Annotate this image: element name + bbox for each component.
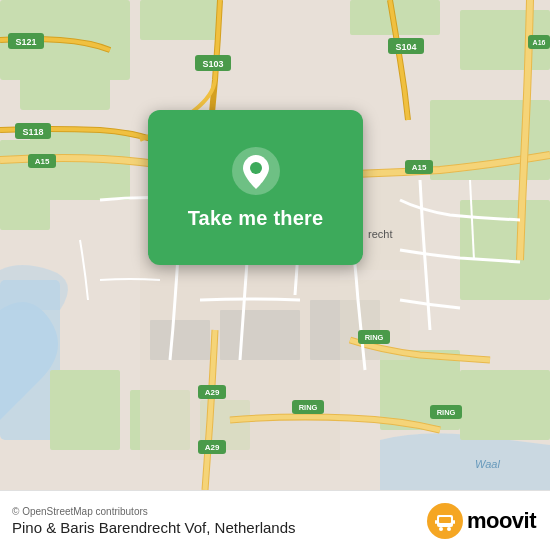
svg-text:S104: S104	[395, 42, 416, 52]
svg-rect-3	[20, 60, 110, 110]
bottom-bar: © OpenStreetMap contributors Pino & Bari…	[0, 490, 550, 550]
moovit-text: moovit	[467, 508, 536, 534]
svg-text:recht: recht	[368, 228, 392, 240]
svg-text:RING: RING	[437, 408, 456, 417]
location-pin-icon	[230, 145, 282, 197]
svg-rect-13	[50, 370, 120, 450]
svg-text:A16: A16	[533, 39, 546, 46]
svg-text:RING: RING	[365, 333, 384, 342]
svg-rect-6	[140, 0, 220, 40]
moovit-icon-svg	[434, 510, 456, 532]
map-container: S121 S118 S103 S104 A15 A15 A15 A16 A29	[0, 0, 550, 490]
svg-rect-19	[220, 310, 300, 360]
popup-card[interactable]: Take me there	[148, 110, 363, 265]
svg-rect-18	[150, 320, 210, 360]
svg-point-52	[250, 162, 262, 174]
svg-rect-5	[0, 140, 50, 230]
svg-text:S121: S121	[15, 37, 36, 47]
take-me-there-button[interactable]: Take me there	[188, 207, 324, 230]
svg-rect-12	[460, 370, 550, 440]
copyright-text: © OpenStreetMap contributors	[12, 506, 296, 517]
place-info: © OpenStreetMap contributors Pino & Bari…	[12, 506, 296, 536]
svg-text:A15: A15	[412, 163, 427, 172]
svg-rect-54	[439, 517, 451, 523]
svg-text:A29: A29	[205, 388, 220, 397]
moovit-logo: moovit	[427, 503, 536, 539]
svg-text:S118: S118	[22, 127, 43, 137]
svg-text:A15: A15	[35, 157, 50, 166]
svg-text:RING: RING	[299, 403, 318, 412]
svg-text:Waal: Waal	[475, 458, 500, 470]
moovit-icon	[427, 503, 463, 539]
place-name: Pino & Baris Barendrecht Vof, Netherland…	[12, 519, 296, 536]
svg-text:A29: A29	[205, 443, 220, 452]
svg-rect-58	[453, 520, 455, 524]
svg-rect-57	[435, 520, 437, 524]
svg-text:S103: S103	[202, 59, 223, 69]
svg-point-55	[439, 527, 443, 531]
svg-point-56	[447, 527, 451, 531]
